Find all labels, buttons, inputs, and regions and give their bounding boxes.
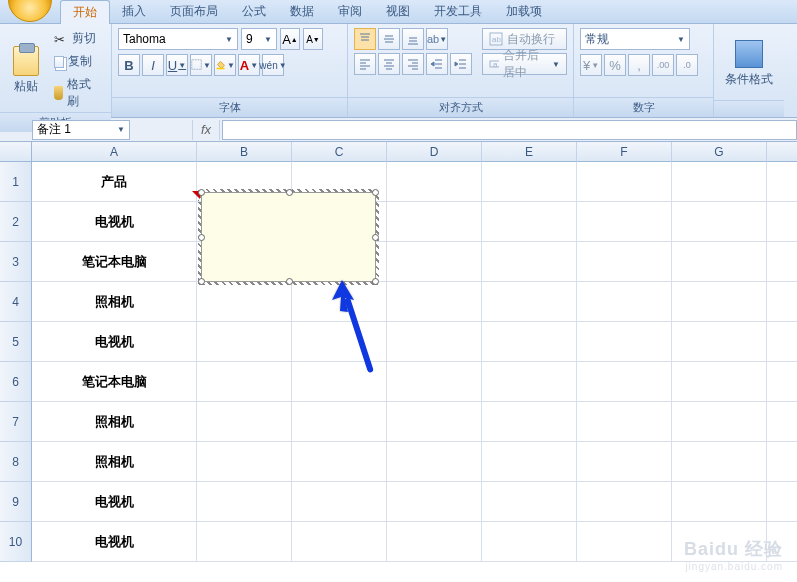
- col-header-H[interactable]: H: [767, 142, 797, 162]
- cell[interactable]: 笔记本电脑: [32, 242, 197, 282]
- select-all-corner[interactable]: [0, 142, 32, 162]
- row-header[interactable]: 5: [0, 322, 32, 362]
- col-header-E[interactable]: E: [482, 142, 577, 162]
- row-header[interactable]: 1: [0, 162, 32, 202]
- increase-decimal-button[interactable]: .00: [652, 54, 674, 76]
- cell[interactable]: [387, 282, 482, 322]
- align-middle-button[interactable]: [378, 28, 400, 50]
- cell[interactable]: [577, 282, 672, 322]
- resize-handle[interactable]: [372, 234, 379, 241]
- cell[interactable]: [482, 442, 577, 482]
- cell-comment[interactable]: [201, 192, 376, 282]
- cell[interactable]: [577, 162, 672, 202]
- font-size-combo[interactable]: 9▼: [241, 28, 277, 50]
- tab-home[interactable]: 开始: [60, 0, 110, 24]
- cell[interactable]: 照相机: [32, 442, 197, 482]
- office-button[interactable]: [8, 0, 52, 22]
- cell[interactable]: [387, 442, 482, 482]
- resize-handle[interactable]: [372, 278, 379, 285]
- cell[interactable]: [197, 362, 292, 402]
- cut-button[interactable]: ✂剪切: [50, 28, 105, 49]
- decrease-decimal-button[interactable]: .0: [676, 54, 698, 76]
- cell[interactable]: [767, 322, 797, 362]
- cell[interactable]: [387, 242, 482, 282]
- paste-button[interactable]: 粘贴: [6, 28, 46, 112]
- cell[interactable]: [672, 282, 767, 322]
- cell[interactable]: 电视机: [32, 522, 197, 562]
- copy-button[interactable]: 复制: [50, 51, 105, 72]
- cell[interactable]: [482, 202, 577, 242]
- cell[interactable]: [482, 282, 577, 322]
- cell[interactable]: [197, 482, 292, 522]
- cell[interactable]: [767, 242, 797, 282]
- orientation-button[interactable]: ab▼: [426, 28, 448, 50]
- align-right-button[interactable]: [402, 53, 424, 75]
- cell[interactable]: 照相机: [32, 402, 197, 442]
- cell[interactable]: 电视机: [32, 482, 197, 522]
- row-header[interactable]: 2: [0, 202, 32, 242]
- phonetic-button[interactable]: wén▼: [262, 54, 284, 76]
- resize-handle[interactable]: [286, 189, 293, 196]
- resize-handle[interactable]: [286, 278, 293, 285]
- row-header[interactable]: 9: [0, 482, 32, 522]
- align-center-button[interactable]: [378, 53, 400, 75]
- cell[interactable]: [672, 442, 767, 482]
- cell[interactable]: [387, 482, 482, 522]
- tab-view[interactable]: 视图: [374, 0, 422, 23]
- col-header-D[interactable]: D: [387, 142, 482, 162]
- cell[interactable]: [577, 482, 672, 522]
- shrink-font-button[interactable]: A▼: [303, 28, 323, 50]
- cell[interactable]: [672, 322, 767, 362]
- row-header[interactable]: 10: [0, 522, 32, 562]
- cell[interactable]: [292, 482, 387, 522]
- resize-handle[interactable]: [198, 234, 205, 241]
- cell[interactable]: [197, 442, 292, 482]
- cell[interactable]: [292, 442, 387, 482]
- cell[interactable]: [482, 522, 577, 562]
- conditional-format-button[interactable]: 条件格式: [723, 28, 775, 100]
- row-header[interactable]: 8: [0, 442, 32, 482]
- cell[interactable]: [292, 522, 387, 562]
- cell[interactable]: [482, 482, 577, 522]
- cell[interactable]: 照相机: [32, 282, 197, 322]
- decrease-indent-button[interactable]: [426, 53, 448, 75]
- row-header[interactable]: 4: [0, 282, 32, 322]
- cell[interactable]: [672, 482, 767, 522]
- cell[interactable]: [767, 362, 797, 402]
- align-bottom-button[interactable]: [402, 28, 424, 50]
- cell[interactable]: [672, 202, 767, 242]
- currency-button[interactable]: ¥▼: [580, 54, 602, 76]
- cell[interactable]: [387, 322, 482, 362]
- cell[interactable]: [767, 482, 797, 522]
- cell[interactable]: [482, 402, 577, 442]
- row-header[interactable]: 3: [0, 242, 32, 282]
- fill-color-button[interactable]: ▼: [214, 54, 236, 76]
- cell[interactable]: [577, 362, 672, 402]
- bold-button[interactable]: B: [118, 54, 140, 76]
- cell[interactable]: [197, 522, 292, 562]
- cell[interactable]: [387, 162, 482, 202]
- formula-input[interactable]: [222, 120, 797, 140]
- col-header-B[interactable]: B: [197, 142, 292, 162]
- font-name-combo[interactable]: Tahoma▼: [118, 28, 238, 50]
- cell[interactable]: [577, 442, 672, 482]
- grow-font-button[interactable]: A▲: [280, 28, 300, 50]
- resize-handle[interactable]: [372, 189, 379, 196]
- merge-center-button[interactable]: a合并后居中▼: [482, 53, 567, 75]
- comma-button[interactable]: ,: [628, 54, 650, 76]
- cell[interactable]: [767, 282, 797, 322]
- cell[interactable]: [482, 362, 577, 402]
- tab-insert[interactable]: 插入: [110, 0, 158, 23]
- cell[interactable]: [577, 202, 672, 242]
- cell[interactable]: [577, 322, 672, 362]
- cell[interactable]: [672, 242, 767, 282]
- tab-page-layout[interactable]: 页面布局: [158, 0, 230, 23]
- cell[interactable]: [197, 282, 292, 322]
- row-header[interactable]: 6: [0, 362, 32, 402]
- cell[interactable]: 电视机: [32, 322, 197, 362]
- align-top-button[interactable]: [354, 28, 376, 50]
- cell[interactable]: [767, 442, 797, 482]
- cell[interactable]: [292, 402, 387, 442]
- percent-button[interactable]: %: [604, 54, 626, 76]
- cell[interactable]: [292, 322, 387, 362]
